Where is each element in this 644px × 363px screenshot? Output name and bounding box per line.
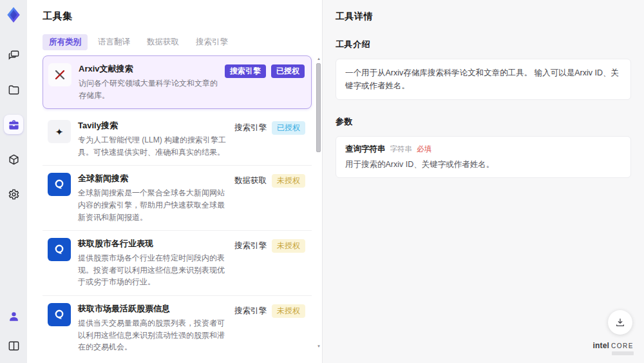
- tavily-star-logo-icon: ✦: [48, 120, 71, 143]
- intel-sub-mark: [612, 351, 634, 355]
- tool-card-arxiv[interactable]: Arxiv文献搜索 访问各个研究领域大量科学论文和文章的存储库。 搜索引擎 已授…: [43, 55, 312, 109]
- scrollbar-down-arrow[interactable]: ▼: [317, 344, 321, 348]
- scrollbar-up-arrow[interactable]: ▲: [317, 57, 321, 61]
- status-badge: 未授权: [272, 174, 305, 188]
- param-type: 字符串: [390, 144, 413, 154]
- app-window: 工具集 所有类别 语言翻译 数据获取 搜索引擎 Arxiv文献搜索 访问各个研究…: [0, 0, 644, 363]
- app-logo-icon: [5, 6, 22, 23]
- category-badge: 搜索引擎: [225, 64, 266, 78]
- tool-description: 全球新闻搜索是一个聚合全球各大新闻网站内容的搜索引擎，帮助用户快速获取全球最新资…: [78, 187, 227, 223]
- param-description: 用于搜索的Arxiv ID、关键字或作者姓名。: [345, 159, 621, 170]
- panel-layout-icon[interactable]: [4, 336, 23, 355]
- news-blue-logo-icon: [48, 238, 71, 261]
- tool-name: 获取股市各行业表现: [78, 238, 227, 250]
- status-badge: 未授权: [272, 239, 305, 253]
- settings-gear-icon[interactable]: [4, 184, 23, 204]
- category-tabs: 所有类别 语言翻译 数据获取 搜索引擎: [43, 34, 322, 50]
- core-brand-text: CORE: [611, 342, 634, 349]
- param-required-flag: 必填: [417, 144, 431, 154]
- tool-name: Tavily搜索: [78, 120, 227, 132]
- news-blue-logo-icon: [48, 173, 71, 196]
- tool-description: 访问各个研究领域大量科学论文和文章的存储库。: [79, 77, 218, 101]
- tool-detail-panel: 工具详情 工具介绍 一个用于从Arxiv存储库搜索科学论文和文章的工具。 输入可…: [322, 0, 644, 363]
- category-label: 搜索引擎: [234, 239, 267, 253]
- tool-description: 专为人工智能代理 (LLM) 构建的搜索引擎工具。可快速提供实时、准确和真实的结…: [78, 134, 227, 158]
- tool-card-active-stocks[interactable]: 获取市场最活跃股票信息 提供当天交易量最高的股票列表，投资者可以利用这些信息来识…: [43, 295, 312, 352]
- tool-card-sector-performance[interactable]: 获取股市各行业表现 提供股票市场各个行业在特定时间段内的表现。投资者可以利用这些…: [43, 230, 312, 295]
- tab-language-translation[interactable]: 语言翻译: [91, 34, 137, 50]
- scrollbar-thumb[interactable]: [316, 63, 321, 152]
- left-rail: [0, 0, 27, 363]
- detail-title: 工具详情: [336, 11, 631, 23]
- category-label: 数据获取: [234, 174, 267, 188]
- tools-panel: 工具集 所有类别 语言翻译 数据获取 搜索引擎 Arxiv文献搜索 访问各个研究…: [27, 0, 322, 363]
- tab-search-engine[interactable]: 搜索引擎: [189, 34, 234, 50]
- tool-name: 获取市场最活跃股票信息: [78, 303, 227, 315]
- arxiv-logo-icon: [48, 63, 71, 86]
- tool-name: 全球新闻搜索: [78, 173, 227, 184]
- toolbox-icon[interactable]: [4, 115, 23, 134]
- tool-name: Arxiv文献搜索: [79, 63, 218, 75]
- params-heading: 参数: [336, 116, 631, 128]
- tab-data-fetch[interactable]: 数据获取: [140, 34, 185, 50]
- tool-list: Arxiv文献搜索 访问各个研究领域大量科学论文和文章的存储库。 搜索引擎 已授…: [43, 55, 322, 352]
- download-button[interactable]: [608, 310, 632, 335]
- intel-core-logo: intel CORE: [592, 341, 634, 355]
- chat-icon[interactable]: [4, 45, 23, 64]
- intro-text: 一个用于从Arxiv存储库搜索科学论文和文章的工具。 输入可以是Arxiv ID…: [345, 66, 621, 92]
- status-badge: 已授权: [271, 64, 305, 78]
- tool-card-global-news[interactable]: 全球新闻搜索 全球新闻搜索是一个聚合全球各大新闻网站内容的搜索引擎，帮助用户快速…: [43, 165, 312, 230]
- status-badge: 未授权: [272, 304, 305, 318]
- intro-heading: 工具介绍: [336, 39, 631, 50]
- cube-icon[interactable]: [4, 150, 23, 169]
- category-label: 搜索引擎: [234, 304, 267, 318]
- download-icon: [615, 317, 625, 328]
- user-icon[interactable]: [4, 306, 23, 326]
- param-box: 查询字符串 字符串 必填 用于搜索的Arxiv ID、关键字或作者姓名。: [336, 136, 631, 178]
- folder-icon[interactable]: [4, 80, 23, 99]
- rail-nav: [4, 45, 23, 204]
- category-label: 搜索引擎: [234, 121, 267, 135]
- list-scrollbar[interactable]: ▲ ▼: [316, 55, 322, 352]
- status-badge: 已授权: [272, 121, 305, 135]
- tool-description: 提供当天交易量最高的股票列表，投资者可以利用这些信息来识别流动性强的股票和潜在的…: [78, 317, 227, 352]
- intro-box: 一个用于从Arxiv存储库搜索科学论文和文章的工具。 输入可以是Arxiv ID…: [336, 59, 631, 100]
- tool-card-tavily[interactable]: ✦ Tavily搜索 专为人工智能代理 (LLM) 构建的搜索引擎工具。可快速提…: [43, 113, 312, 165]
- news-blue-logo-icon: [48, 303, 71, 326]
- intel-brand-text: intel: [592, 341, 609, 350]
- param-name: 查询字符串: [345, 144, 386, 155]
- rail-bottom: [4, 306, 23, 355]
- tool-description: 提供股票市场各个行业在特定时间段内的表现。投资者可以利用这些信息来识别表现优于或…: [78, 252, 227, 288]
- page-title: 工具集: [43, 10, 322, 23]
- tab-all-categories[interactable]: 所有类别: [43, 34, 88, 50]
